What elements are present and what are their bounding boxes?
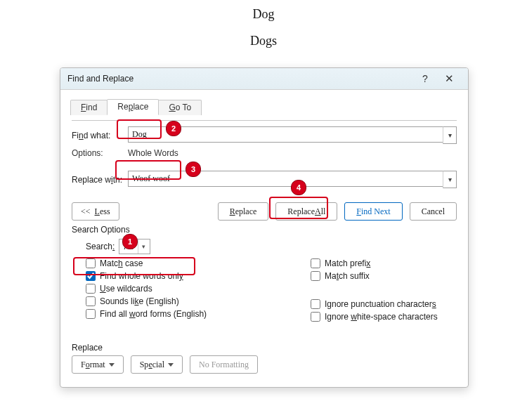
options-label: Options: (72, 148, 128, 158)
replace-with-input[interactable] (128, 171, 443, 187)
less-button[interactable]: << Less (72, 202, 119, 221)
doc-text-line1: Dog (0, 7, 527, 22)
search-direction-row: Search: All ▾ (86, 239, 457, 254)
find-options-row: Options: Whole Words (128, 148, 457, 158)
tab-find[interactable]: Find (70, 100, 108, 115)
search-direction-label: Search: (86, 242, 115, 251)
format-button[interactable]: Format (72, 355, 124, 374)
replace-with-row: Replace with: ▾ (72, 171, 457, 188)
search-options-title: Search Options (72, 225, 457, 235)
search-direction-dropdown[interactable]: ▾ (138, 239, 150, 254)
replace-with-label: Replace with: (72, 175, 128, 185)
word-forms-checkbox[interactable]: Find all word forms (English) (86, 309, 268, 319)
replace-all-button[interactable]: Replace All (275, 202, 337, 221)
action-button-row: << Less Replace Replace All Find Next Ca… (72, 202, 457, 221)
find-what-dropdown[interactable]: ▾ (443, 126, 457, 144)
dialog-body: Find Replace Go To Find what: ▾ Options:… (60, 90, 468, 382)
match-prefix-checkbox[interactable]: Match prefix (311, 258, 438, 268)
dialog-title: Find and Replace (67, 74, 413, 84)
find-what-label: Find what: (72, 131, 128, 140)
replace-with-dropdown[interactable]: ▾ (443, 171, 457, 188)
cancel-button[interactable]: Cancel (410, 202, 457, 221)
close-button[interactable]: ✕ (437, 68, 461, 89)
no-formatting-button[interactable]: No Formatting (190, 355, 258, 374)
ignore-ws-checkbox[interactable]: Ignore white-space characters (311, 312, 438, 322)
sounds-like-checkbox[interactable]: Sounds like (English) (86, 296, 268, 306)
special-button[interactable]: Special (131, 355, 183, 374)
replace-with-combo[interactable]: ▾ (128, 171, 457, 188)
tab-bar: Find Replace Go To (70, 98, 457, 115)
titlebar: Find and Replace ? ✕ (60, 68, 468, 90)
search-direction-select[interactable]: All ▾ (119, 239, 150, 254)
replace-section-label: Replace (72, 343, 457, 353)
find-next-button[interactable]: Find Next (344, 202, 402, 221)
search-direction-value: All (119, 242, 137, 251)
options-columns: Match case Find whole words only Use wil… (72, 258, 457, 322)
ignore-punct-checkbox[interactable]: Ignore punctuation characters (311, 299, 438, 309)
options-value: Whole Words (128, 148, 178, 158)
find-what-row: Find what: ▾ (72, 126, 457, 144)
wildcards-checkbox[interactable]: Use wildcards (86, 284, 268, 294)
find-what-combo[interactable]: ▾ (128, 126, 457, 144)
whole-words-checkbox[interactable]: Find whole words only (86, 271, 268, 281)
replace-button[interactable]: Replace (218, 202, 269, 221)
doc-text-line2: Dogs (0, 34, 527, 48)
tab-replace[interactable]: Replace (107, 99, 159, 115)
match-suffix-checkbox[interactable]: Match suffix (311, 271, 438, 281)
find-what-input[interactable] (128, 126, 443, 143)
tab-goto[interactable]: Go To (158, 100, 202, 115)
stage: Dog Dogs Find and Replace ? ✕ Find Repla… (0, 0, 527, 420)
help-button[interactable]: ? (413, 68, 437, 89)
bottom-button-row: Format Special No Formatting (72, 355, 457, 374)
match-case-checkbox[interactable]: Match case (86, 258, 268, 268)
find-replace-dialog: Find and Replace ? ✕ Find Replace Go To … (60, 67, 469, 388)
